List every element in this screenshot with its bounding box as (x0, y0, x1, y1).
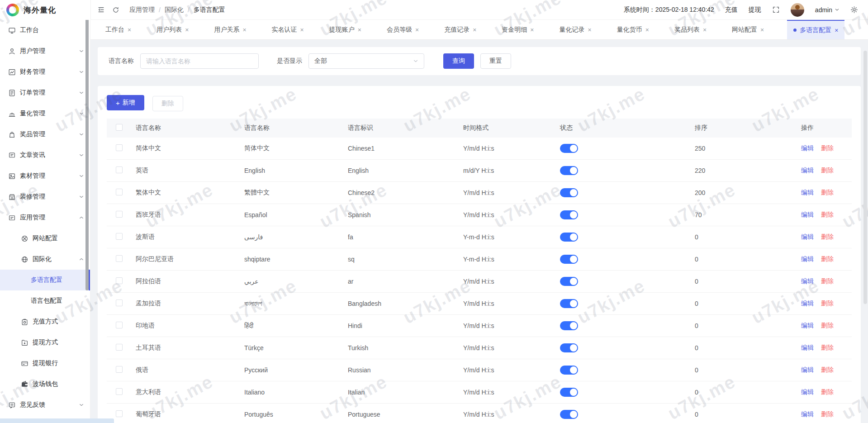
edit-link[interactable]: 编辑 (801, 144, 814, 152)
sidebar-item-i18n[interactable]: 国际化 (0, 249, 90, 270)
row-checkbox[interactable] (116, 299, 123, 306)
tab-close-icon[interactable]: × (358, 26, 361, 33)
sidebar-item-article-info[interactable]: 文章资讯 (0, 145, 90, 166)
edit-link[interactable]: 编辑 (801, 322, 814, 329)
user-menu[interactable]: admin (815, 6, 840, 14)
tab-close-icon[interactable]: × (645, 26, 649, 33)
tab-real-name-auth[interactable]: 实名认证× (270, 20, 306, 39)
delete-link[interactable]: 删除 (821, 366, 834, 373)
sidebar-item-multi-lang-config[interactable]: 多语言配置 (0, 270, 90, 290)
tab-quant-records[interactable]: 量化记录× (557, 20, 594, 39)
tab-withdraw-account[interactable]: 提现账户× (327, 20, 364, 39)
edit-link[interactable]: 编辑 (801, 189, 814, 196)
sidebar-item-recharge-method[interactable]: 充值方式 (0, 311, 90, 332)
status-toggle[interactable] (560, 321, 578, 330)
reset-button[interactable]: 重置 (480, 53, 511, 69)
batch-delete-button[interactable]: 删除 (152, 96, 183, 111)
row-checkbox[interactable] (116, 366, 123, 373)
status-toggle[interactable] (560, 410, 578, 419)
row-checkbox[interactable] (116, 144, 123, 151)
tab-prize-list[interactable]: 奖品列表× (672, 20, 709, 39)
row-checkbox[interactable] (116, 166, 123, 173)
tab-workbench[interactable]: 工作台× (103, 20, 133, 39)
status-toggle[interactable] (560, 388, 578, 397)
delete-link[interactable]: 删除 (821, 166, 834, 174)
recharge-button[interactable]: 充值 (725, 6, 738, 14)
status-toggle[interactable] (560, 188, 578, 197)
row-checkbox[interactable] (116, 233, 123, 240)
status-toggle[interactable] (560, 144, 578, 153)
tab-user-relation[interactable]: 用户关系× (212, 20, 248, 39)
show-select[interactable]: 全部 (308, 53, 424, 69)
delete-link[interactable]: 删除 (821, 144, 834, 152)
edit-link[interactable]: 编辑 (801, 388, 814, 395)
status-toggle[interactable] (560, 366, 578, 375)
tab-multi-lang-config[interactable]: 多语言配置× (787, 20, 844, 39)
row-checkbox[interactable] (116, 322, 123, 328)
sidebar-item-user-mgmt[interactable]: 用户管理 (0, 41, 90, 62)
edit-link[interactable]: 编辑 (801, 211, 814, 218)
breadcrumb-item[interactable]: 应用管理 (129, 6, 155, 14)
tab-close-icon[interactable]: × (128, 26, 131, 33)
breadcrumb-item[interactable]: 国际化 (165, 6, 184, 14)
status-toggle[interactable] (560, 299, 578, 308)
row-checkbox[interactable] (116, 277, 123, 284)
edit-link[interactable]: 编辑 (801, 344, 814, 351)
delete-link[interactable]: 删除 (821, 410, 834, 418)
refresh-icon[interactable] (112, 6, 119, 14)
breadcrumb-item[interactable]: 多语言配置 (194, 6, 225, 14)
sidebar-item-withdraw-method[interactable]: 提现方式 (0, 332, 90, 353)
tab-close-icon[interactable]: × (242, 26, 246, 33)
edit-link[interactable]: 编辑 (801, 366, 814, 373)
tab-member-level[interactable]: 会员等级× (384, 20, 421, 39)
row-checkbox[interactable] (116, 388, 123, 395)
settings-gear-icon[interactable] (850, 6, 858, 14)
sidebar-item-lang-pack-config[interactable]: 语言包配置 (0, 290, 90, 311)
tab-user-list[interactable]: 用户列表× (154, 20, 191, 39)
status-toggle[interactable] (560, 166, 578, 175)
row-checkbox[interactable] (116, 189, 123, 195)
sidebar-item-workbench[interactable]: 工作台 (0, 20, 90, 41)
language-name-input[interactable] (140, 53, 259, 69)
status-toggle[interactable] (560, 343, 578, 352)
delete-link[interactable]: 删除 (821, 388, 834, 395)
edit-link[interactable]: 编辑 (801, 166, 814, 174)
edit-link[interactable]: 编辑 (801, 299, 814, 307)
fullscreen-icon[interactable] (772, 6, 780, 14)
status-toggle[interactable] (560, 255, 578, 264)
tab-close-icon[interactable]: × (835, 27, 838, 34)
delete-link[interactable]: 删除 (821, 189, 834, 196)
sidebar-item-feedback[interactable]: 意见反馈 (0, 394, 90, 415)
tab-recharge-records[interactable]: 充值记录× (442, 20, 479, 39)
tab-close-icon[interactable]: × (530, 26, 534, 33)
tab-close-icon[interactable]: × (703, 26, 707, 33)
tab-close-icon[interactable]: × (473, 26, 476, 33)
sidebar-scrollbar[interactable] (85, 3, 89, 290)
search-button[interactable]: 查询 (443, 53, 474, 69)
tab-quant-currency[interactable]: 量化货币× (615, 20, 651, 39)
row-checkbox[interactable] (116, 255, 123, 262)
sidebar-item-finance-mgmt[interactable]: 财务管理 (0, 62, 90, 82)
status-toggle[interactable] (560, 233, 578, 242)
edit-link[interactable]: 编辑 (801, 233, 814, 240)
add-button[interactable]: +新增 (107, 95, 144, 110)
tab-close-icon[interactable]: × (300, 26, 304, 33)
tab-close-icon[interactable]: × (185, 26, 189, 33)
sidebar-item-withdraw-bank[interactable]: 提现银行 (0, 353, 90, 374)
tab-close-icon[interactable]: × (415, 26, 419, 33)
row-checkbox[interactable] (116, 344, 123, 351)
sidebar-item-order-mgmt[interactable]: 订单管理 (0, 82, 90, 103)
delete-link[interactable]: 删除 (821, 233, 834, 240)
tab-fund-details[interactable]: 资金明细× (499, 20, 536, 39)
sidebar-item-decoration-mgmt[interactable]: 装修管理 (0, 186, 90, 207)
edit-link[interactable]: 编辑 (801, 255, 814, 262)
row-checkbox[interactable] (116, 211, 123, 218)
sidebar-item-site-config[interactable]: 网站配置 (0, 228, 90, 249)
status-toggle[interactable] (560, 277, 578, 286)
row-checkbox[interactable] (116, 410, 123, 417)
delete-link[interactable]: 删除 (821, 344, 834, 351)
status-toggle[interactable] (560, 210, 578, 219)
sidebar-item-material-mgmt[interactable]: 素材管理 (0, 166, 90, 186)
tab-site-config[interactable]: 网站配置× (730, 20, 766, 39)
sidebar-item-prize-mgmt[interactable]: 奖品管理 (0, 124, 90, 145)
